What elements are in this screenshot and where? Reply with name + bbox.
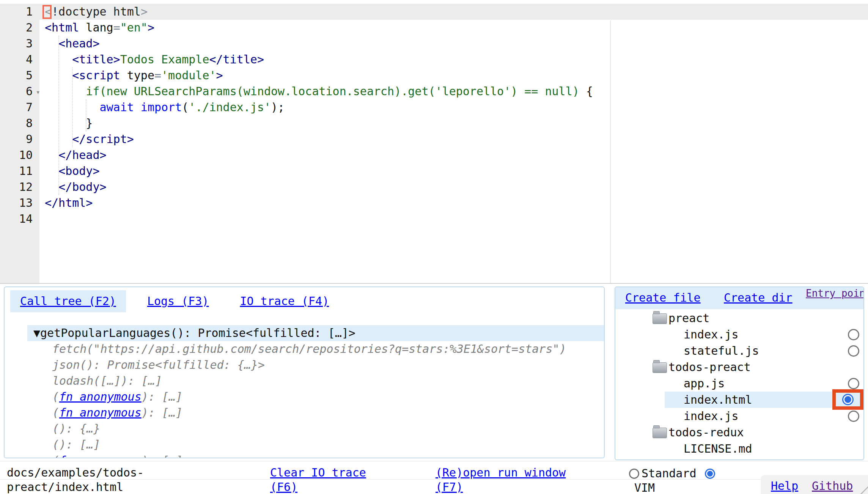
file-name: index.js	[684, 326, 739, 343]
entry-point-radio[interactable]	[848, 345, 859, 357]
standard-mode-label[interactable]: Standard	[642, 466, 697, 481]
standard-mode-radio[interactable]	[629, 469, 639, 479]
tab-call-tree[interactable]: Call tree (F2)	[10, 290, 126, 312]
entry-point-column-header[interactable]: Entry point	[806, 288, 859, 299]
tab-io-trace-link[interactable]: IO trace (F4)	[240, 294, 329, 308]
entry-point-radio[interactable]	[848, 378, 859, 389]
fn-anonymous-link[interactable]: fn anonymous	[59, 406, 142, 419]
calltree-row-text: ▼getPopularLanguages(): Promise<fulfille…	[33, 326, 355, 340]
code-line[interactable]: 4 <title>Todos Example</title>	[0, 52, 868, 68]
line-number: 13	[0, 195, 39, 211]
create-dir-button[interactable]: Create dir	[724, 291, 793, 304]
entry-point-radio-selected[interactable]	[842, 394, 854, 405]
calltree-row-text: json(): Promise<fulfilled: {…}>	[52, 358, 265, 371]
fold-arrow-icon[interactable]: ▾	[36, 84, 40, 100]
code-line[interactable]: 13</html>	[0, 195, 868, 211]
file-name: stateful.js	[684, 343, 759, 359]
calltree-row-text: (	[52, 406, 59, 419]
entry-point-radio[interactable]	[848, 411, 859, 422]
file-row[interactable]: app.js	[615, 375, 863, 392]
panel-tabs: Call tree (F2) Logs (F3) IO trace (F4)	[10, 290, 339, 312]
file-row[interactable]: todos-preact	[615, 359, 863, 375]
calltree-row[interactable]: (): […]	[5, 437, 604, 453]
code-line[interactable]: 8 }	[0, 115, 868, 131]
code-text: </head>	[39, 147, 107, 163]
line-number: 12	[0, 179, 39, 195]
tab-logs-link[interactable]: Logs (F3)	[147, 294, 209, 308]
code-editor[interactable]: 1<!doctype html>2<html lang="en">3 <head…	[0, 0, 868, 284]
reopen-run-window-button[interactable]: (Re)open run window (F7)	[436, 466, 580, 494]
calltree-row[interactable]: json(): Promise<fulfilled: {…}>	[5, 357, 604, 373]
calltree-row[interactable]: (fn anonymous): […]	[5, 453, 604, 458]
calltree-row[interactable]: (fn anonymous): […]	[5, 405, 604, 421]
calltree-row[interactable]: fetch("https://api.github.com/search/rep…	[5, 341, 604, 357]
status-bar: docs/examples/todos-preact/index.html Cl…	[0, 461, 868, 494]
code-text	[39, 211, 45, 227]
file-row[interactable]: index.js	[615, 326, 863, 343]
calltree-rows: ▼getPopularLanguages(): Promise<fulfille…	[5, 325, 604, 458]
code-line[interactable]: 1<!doctype html>	[0, 4, 868, 20]
code-text: await import('./index.js');	[39, 99, 285, 115]
code-line[interactable]: 2<html lang="en">	[0, 20, 868, 36]
code-line[interactable]: 11 <body>	[0, 163, 868, 179]
file-row[interactable]: preact	[615, 310, 863, 326]
calltree-row-text: (	[52, 390, 59, 403]
code-text: }	[39, 115, 93, 131]
tab-call-tree-link[interactable]: Call tree (F2)	[20, 294, 116, 308]
current-file-path: docs/examples/todos-preact/index.html	[7, 466, 152, 494]
calltree-row-text: fetch("https://api.github.com/search/rep…	[52, 342, 566, 356]
line-number: 2	[0, 20, 39, 36]
calltree-row-text: ): […]	[142, 390, 182, 403]
line-number: 11	[0, 163, 39, 179]
code-line[interactable]: 7 await import('./index.js');	[0, 99, 868, 115]
tab-logs[interactable]: Logs (F3)	[137, 290, 219, 312]
line-number: 9	[0, 131, 39, 147]
calltree-row-text: (): {…}	[52, 422, 100, 435]
clear-io-trace-button[interactable]: Clear IO trace (F6)	[270, 466, 376, 494]
code-line[interactable]: 5 <script type='module'>	[0, 68, 868, 83]
files-panel: Create file Create dir Entry point preac…	[615, 286, 864, 460]
file-name: LICENSE.md	[684, 441, 752, 457]
fn-anonymous-link[interactable]: fn anonymous	[59, 390, 142, 403]
calltree-row-text: lodash([…]): […]	[52, 374, 162, 387]
file-row[interactable]: stateful.js	[615, 343, 863, 359]
code-text: </body>	[39, 179, 107, 195]
vim-mode-radio[interactable]	[705, 469, 715, 479]
github-link[interactable]: Github	[812, 479, 853, 493]
code-line[interactable]: 9 </script>	[0, 131, 868, 147]
calltree-row[interactable]: ▼getPopularLanguages(): Promise<fulfille…	[5, 325, 604, 341]
calltree-row[interactable]: lodash([…]): […]	[5, 373, 604, 389]
line-number: 8	[0, 115, 39, 131]
folder-icon	[653, 362, 667, 373]
code-line[interactable]: 3 <head>	[0, 36, 868, 52]
vim-mode-label[interactable]: VIM	[629, 481, 715, 494]
entry-point-selection-box	[832, 389, 863, 410]
file-row[interactable]: LICENSE.md	[615, 441, 863, 457]
tab-io-trace[interactable]: IO trace (F4)	[230, 290, 339, 312]
code-line[interactable]: 10 </head>	[0, 147, 868, 163]
code-line[interactable]: 12 </body>	[0, 179, 868, 195]
help-link[interactable]: Help	[771, 479, 798, 493]
calltree-row-text: ): […]	[142, 454, 182, 458]
file-row[interactable]: index.html	[615, 392, 863, 408]
code-line[interactable]: 14	[0, 211, 868, 227]
line-number: 1	[0, 4, 39, 20]
code-line[interactable]: 6▾ if(new URLSearchParams(window.locatio…	[0, 83, 868, 99]
editor-mode-switch: Standard VIM	[629, 466, 715, 494]
file-row[interactable]: todos-redux	[615, 424, 863, 441]
calltree-row[interactable]: (fn anonymous): […]	[5, 389, 604, 405]
calltree-row[interactable]: (): {…}	[5, 421, 604, 437]
code-text: if(new URLSearchParams(window.location.s…	[39, 83, 593, 99]
code-text: <body>	[39, 163, 100, 179]
code-lines: 1<!doctype html>2<html lang="en">3 <head…	[0, 4, 868, 227]
files-panel-header: Create file Create dir Entry point	[615, 287, 863, 309]
entry-point-radio[interactable]	[848, 329, 859, 340]
line-number: 6▾	[0, 83, 39, 99]
create-file-button[interactable]: Create file	[625, 291, 701, 304]
file-name: index.js	[684, 408, 739, 424]
file-row[interactable]: index.js	[615, 408, 863, 424]
fn-anonymous-link[interactable]: fn anonymous	[59, 454, 142, 458]
line-number: 5	[0, 68, 39, 83]
line-number: 3	[0, 36, 39, 52]
file-name: index.html	[684, 392, 752, 408]
